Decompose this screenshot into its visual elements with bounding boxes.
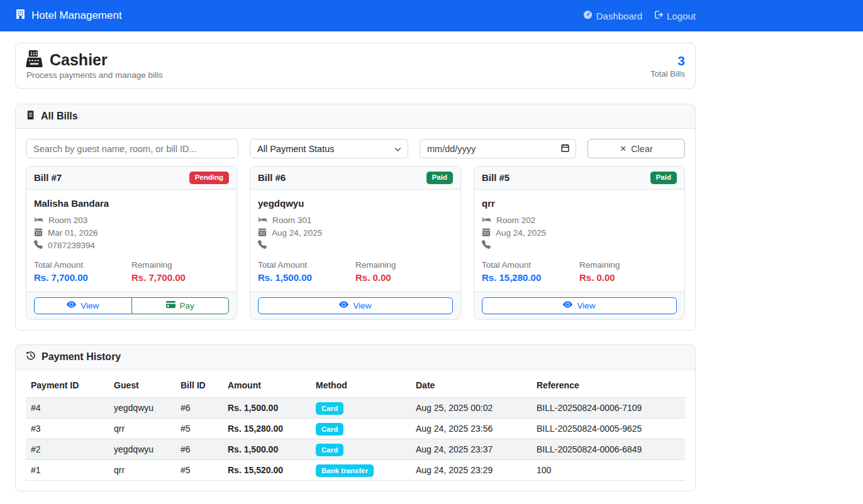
total-amount-value: Rs. 7,700.00 xyxy=(34,272,131,283)
room-line: Room 301 xyxy=(258,214,453,227)
nav-link-dashboard[interactable]: Dashboard xyxy=(583,10,642,21)
eye-icon xyxy=(563,300,572,311)
table-row: #1 qrr #5 Rs. 15,520.00 Bank transfer Au… xyxy=(26,459,685,480)
payment-id-cell: #1 xyxy=(26,459,109,480)
cash-register-icon xyxy=(26,50,43,70)
method-badge: Card xyxy=(316,402,343,415)
amount-cell: Rs. 1,500.00 xyxy=(223,397,311,418)
col-bill-id: Bill ID xyxy=(175,373,223,398)
view-button-label: View xyxy=(353,301,371,310)
col-method: Method xyxy=(311,373,411,398)
all-bills-card: All Bills All Payment Status xyxy=(15,104,696,331)
calendar-icon xyxy=(258,227,267,238)
top-navbar: Hotel Management Dashboard xyxy=(0,0,863,31)
bed-icon xyxy=(482,215,491,226)
payment-history-card: Payment History Payment ID Guest Bill ID… xyxy=(15,344,696,491)
room-value: Room 202 xyxy=(496,216,535,225)
remaining-label: Remaining xyxy=(579,260,677,270)
guest-name: yegdqwyu xyxy=(258,198,453,209)
room-line: Room 203 xyxy=(34,214,229,227)
reference-cell: BILL-20250824-0006-6849 xyxy=(532,439,685,459)
room-value: Room 203 xyxy=(48,216,87,225)
method-badge: Card xyxy=(316,444,343,456)
brand-link[interactable]: Hotel Management xyxy=(15,9,122,23)
date-cell: Aug 24, 2025 23:29 xyxy=(411,459,532,480)
checkin-date-value: Aug 24, 2025 xyxy=(272,228,322,238)
page-subtitle: Process payments and manage bills xyxy=(26,70,163,80)
reference-cell: 100 xyxy=(532,459,685,480)
cashier-header-card: Cashier Process payments and manage bill… xyxy=(15,43,696,89)
date-line: Aug 24, 2025 xyxy=(258,227,453,239)
reference-cell: BILL-20250824-0005-9625 xyxy=(532,418,685,439)
total-amount-value: Rs. 1,500.00 xyxy=(258,272,355,283)
view-button-label: View xyxy=(577,301,595,310)
checkin-date-value: Aug 24, 2025 xyxy=(496,228,546,238)
bill-card-5: Bill #5 Paid qrr Room 202 xyxy=(474,166,685,320)
reference-cell: BILL-20250824-0006-7109 xyxy=(532,397,685,418)
nav-link-logout[interactable]: Logout xyxy=(654,10,696,21)
view-button-label: View xyxy=(81,301,99,310)
phone-line xyxy=(258,239,453,252)
search-input[interactable] xyxy=(26,139,238,158)
clear-filters-button[interactable]: ✕ Clear xyxy=(587,139,685,158)
total-amount-label: Total Amount xyxy=(34,260,131,270)
col-amount: Amount xyxy=(223,373,311,398)
guest-cell: qrr xyxy=(109,459,175,480)
method-badge: Bank transfer xyxy=(316,464,374,477)
amount-cell: Rs. 1,500.00 xyxy=(223,439,311,459)
bed-icon xyxy=(258,215,267,226)
remaining-label: Remaining xyxy=(355,260,453,270)
room-line: Room 202 xyxy=(482,214,677,227)
logout-icon xyxy=(654,10,663,21)
page-title: Cashier xyxy=(50,51,108,69)
phone-value: 0787239394 xyxy=(48,241,95,250)
remaining-label: Remaining xyxy=(131,260,229,270)
view-bill-button[interactable]: View xyxy=(34,297,132,314)
status-badge: Paid xyxy=(650,172,677,184)
phone-icon xyxy=(482,240,491,251)
bill-id-cell: #5 xyxy=(175,418,223,439)
payment-id-cell: #3 xyxy=(26,418,109,439)
total-amount-label: Total Amount xyxy=(258,260,355,270)
credit-card-icon xyxy=(166,300,175,311)
bill-title: Bill #6 xyxy=(258,172,286,183)
date-cell: Aug 24, 2025 23:56 xyxy=(411,418,532,439)
payment-status-select[interactable]: All Payment Status xyxy=(250,139,408,158)
method-badge: Card xyxy=(316,423,343,436)
eye-icon xyxy=(339,300,348,311)
guest-cell: yegdqwyu xyxy=(109,439,175,459)
payment-id-cell: #2 xyxy=(26,439,109,459)
brand-label: Hotel Management xyxy=(31,9,122,22)
view-bill-button[interactable]: View xyxy=(482,297,677,314)
table-row: #4 yegdqwyu #6 Rs. 1,500.00 Card Aug 25,… xyxy=(26,397,685,418)
table-row: #3 qrr #5 Rs. 15,280.00 Card Aug 24, 202… xyxy=(26,418,685,439)
phone-line: 0787239394 xyxy=(34,239,229,252)
nav-dashboard-label: Dashboard xyxy=(596,11,642,21)
phone-icon xyxy=(34,240,43,251)
calendar-icon xyxy=(34,227,43,238)
guest-name: Malisha Bandara xyxy=(34,198,229,209)
col-guest: Guest xyxy=(109,373,175,398)
date-cell: Aug 25, 2025 00:02 xyxy=(411,397,532,418)
date-filter-input[interactable] xyxy=(420,139,576,158)
payment-history-title: Payment History xyxy=(42,351,121,363)
bill-id-cell: #6 xyxy=(175,439,223,459)
view-bill-button[interactable]: View xyxy=(258,297,453,314)
guest-cell: yegdqwyu xyxy=(109,397,175,418)
bill-filters: All Payment Status xyxy=(26,139,685,158)
phone-icon xyxy=(258,240,267,251)
dashboard-gauge-icon xyxy=(583,10,593,21)
pay-bill-button[interactable]: Pay xyxy=(131,297,230,314)
bill-title: Bill #7 xyxy=(34,172,62,183)
total-amount-value: Rs. 15,280.00 xyxy=(482,272,579,283)
status-badge: Paid xyxy=(426,172,453,184)
amount-cell: Rs. 15,520.00 xyxy=(223,459,311,480)
payment-id-cell: #4 xyxy=(26,397,109,418)
phone-line xyxy=(482,239,677,252)
guest-cell: qrr xyxy=(109,418,175,439)
guest-name: qrr xyxy=(482,198,677,209)
hotel-icon xyxy=(15,9,26,23)
all-bills-title: All Bills xyxy=(41,111,78,122)
room-value: Room 301 xyxy=(272,216,311,225)
remaining-value: Rs. 7,700.00 xyxy=(131,272,229,283)
